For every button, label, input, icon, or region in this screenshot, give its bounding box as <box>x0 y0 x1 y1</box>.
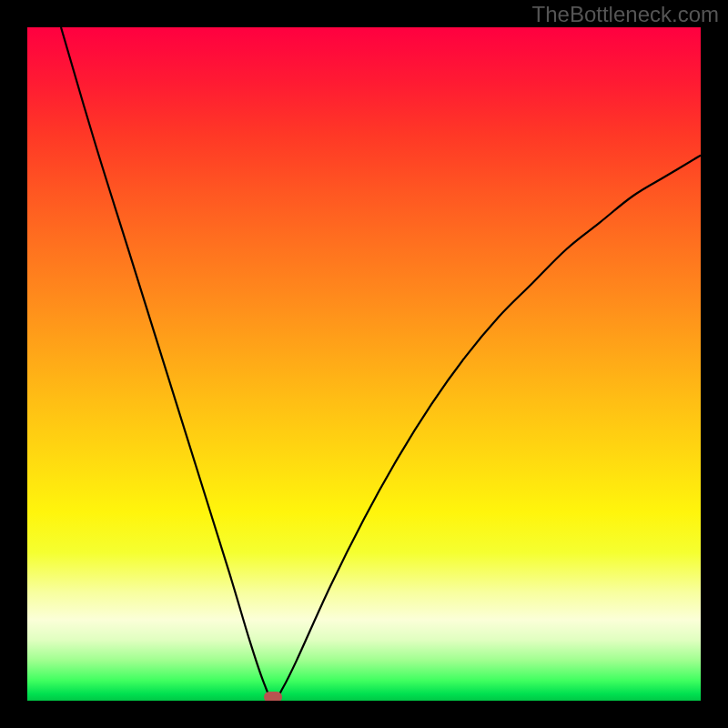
bottleneck-curve <box>61 27 701 701</box>
watermark-text: TheBottleneck.com <box>532 2 719 27</box>
chart-plot-area <box>27 27 701 701</box>
curve-svg <box>27 27 701 701</box>
optimal-point-marker <box>264 692 282 701</box>
